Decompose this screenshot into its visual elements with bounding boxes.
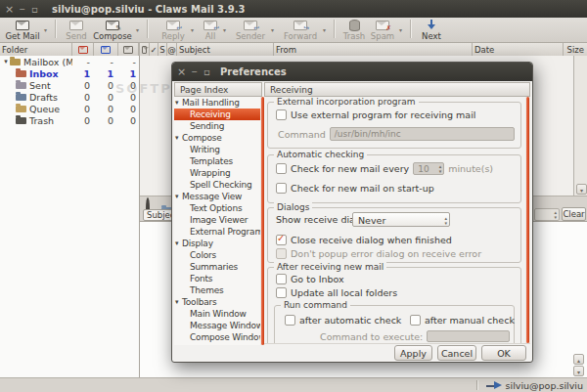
expander-icon[interactable] <box>175 132 178 144</box>
tree-templates[interactable]: Templates <box>174 155 262 167</box>
after-manual-check-row[interactable]: after manual check <box>410 315 515 326</box>
apply-button[interactable]: Apply <box>394 345 432 361</box>
new-mail-column-icon[interactable] <box>72 43 94 56</box>
reply-all-button[interactable]: ↩ All <box>201 19 220 41</box>
reply-all-dropdown-icon[interactable] <box>220 26 229 33</box>
tree-external-programs[interactable]: External Programs <box>174 226 262 238</box>
quicksearch-clear-button[interactable]: Clear <box>562 207 586 221</box>
trash-button[interactable]: Trash <box>341 19 367 41</box>
after-auto-check-row[interactable]: after automatic check <box>285 315 401 326</box>
reply-sender-dropdown-icon[interactable] <box>268 26 277 33</box>
quicksearch-spinner[interactable] <box>534 208 560 221</box>
goto-inbox-row[interactable]: Go to Inbox <box>276 274 344 284</box>
cancel-button[interactable]: Cancel <box>437 345 476 361</box>
tree-sending[interactable]: Sending <box>174 120 262 132</box>
checkbox-icon[interactable] <box>276 274 287 284</box>
update-folders-row[interactable]: Update all local folders <box>276 287 397 298</box>
online-status-icon[interactable] <box>486 381 502 390</box>
tree-wrapping[interactable]: Wrapping <box>174 167 262 179</box>
checkbox-icon[interactable] <box>276 287 287 298</box>
scroll-down-icon[interactable]: ▾ <box>573 366 584 376</box>
mark-column-header[interactable]: ✓ <box>150 43 158 56</box>
tree-mail-handling[interactable]: Mail Handling <box>174 97 262 109</box>
folder-row-mailbox[interactable]: Mailbox (MH) - - - <box>0 56 139 67</box>
forward-button[interactable]: ↪ Forward <box>281 19 320 41</box>
checkbox-checked-icon[interactable] <box>276 235 287 245</box>
checkbox-icon[interactable] <box>410 315 421 326</box>
interval-stepper[interactable]: 10 <box>413 162 444 175</box>
scroll-down-icon[interactable]: ▾ <box>576 184 587 195</box>
content-scrollbar[interactable] <box>525 97 530 343</box>
show-receive-select[interactable]: Never <box>352 212 450 227</box>
expander-icon[interactable] <box>2 58 10 65</box>
locked-column-header[interactable]: S <box>158 43 167 56</box>
checkbox-icon[interactable] <box>276 183 287 194</box>
expander-icon[interactable] <box>175 191 178 202</box>
check-startup-row[interactable]: Check for new mail on start-up <box>276 183 434 194</box>
compose-dropdown-icon[interactable] <box>133 26 142 33</box>
close-icon[interactable] <box>175 65 188 78</box>
compose-button[interactable]: ✎ Compose <box>92 19 133 41</box>
tree-receiving[interactable]: Receiving <box>174 109 262 120</box>
mail-flag-column-icon[interactable] <box>139 43 150 56</box>
minimize-icon[interactable] <box>16 5 28 14</box>
send-button[interactable]: Send <box>63 19 90 41</box>
date-column-header[interactable]: Date <box>473 43 564 56</box>
checkbox-icon[interactable] <box>276 109 287 120</box>
total-mail-column-icon[interactable] <box>118 43 139 56</box>
subject-column-header[interactable]: Subject <box>177 43 274 56</box>
maximize-icon[interactable] <box>28 4 41 15</box>
tree-main-window[interactable]: Main Window <box>174 308 262 320</box>
spinner-arrows-icon[interactable] <box>554 210 557 220</box>
minimize-icon[interactable] <box>188 67 201 76</box>
checkbox-disabled-icon[interactable] <box>276 248 287 259</box>
tree-display[interactable]: Display <box>174 238 262 249</box>
check-interval-row[interactable]: Check for new mail every 10 minute(s) <box>276 162 493 175</box>
checkbox-icon[interactable] <box>276 163 287 174</box>
command-execute-input[interactable] <box>427 330 510 342</box>
scroll-up-icon[interactable]: ▴ <box>573 354 584 365</box>
get-mail-button[interactable]: Get Mail <box>4 19 41 41</box>
folder-column-header[interactable]: Folder <box>0 43 72 56</box>
expander-icon[interactable] <box>175 97 178 109</box>
checkbox-icon[interactable] <box>285 315 295 326</box>
tree-themes[interactable]: Themes <box>174 284 262 296</box>
expander-icon[interactable] <box>175 238 178 249</box>
close-when-finished-row[interactable]: Close receive dialog when finished <box>276 235 452 245</box>
tree-spell-checking[interactable]: Spell Checking <box>174 179 262 191</box>
size-column-header[interactable]: Size <box>564 43 587 56</box>
tree-toolbars[interactable]: Toolbars <box>174 296 262 308</box>
tree-summaries[interactable]: Summaries <box>174 261 262 273</box>
forward-dropdown-icon[interactable] <box>320 26 329 33</box>
tree-compose[interactable]: Compose <box>174 132 262 144</box>
folder-row-inbox[interactable]: Inbox 1 1 1 <box>0 67 139 79</box>
reply-dropdown-icon[interactable] <box>188 26 197 33</box>
tree-message-window[interactable]: Message Window <box>174 320 262 331</box>
spinner-arrows-icon[interactable] <box>439 164 442 174</box>
command-input[interactable]: /usr/bin/mh/inc <box>330 127 515 141</box>
reply-sender-button[interactable]: ↩ Sender <box>233 19 268 41</box>
tree-compose-window[interactable]: Compose Window <box>174 331 262 343</box>
from-column-header[interactable]: From <box>274 43 473 56</box>
message-list-scrollbar[interactable]: ▾ <box>573 56 587 196</box>
next-button[interactable]: Next <box>418 19 445 41</box>
tree-fonts[interactable]: Fonts <box>174 273 262 284</box>
spam-dropdown-icon[interactable] <box>396 26 405 33</box>
reply-button[interactable]: ↩ Reply <box>158 19 188 41</box>
folder-row-trash[interactable]: Trash 0 0 0 <box>0 114 139 126</box>
no-error-popup-row[interactable]: Don't popup error dialog on receive erro… <box>276 248 481 259</box>
unread-mail-column-icon[interactable] <box>94 43 118 56</box>
tree-image-viewer[interactable]: Image Viewer <box>174 214 262 226</box>
attachment-column-header[interactable]: @ <box>167 43 177 56</box>
ok-button[interactable]: OK <box>481 345 526 361</box>
tree-colors[interactable]: Colors <box>174 249 262 261</box>
spam-button[interactable]: ✗ Spam <box>369 19 396 41</box>
folder-row-queue[interactable]: Queue 0 0 0 <box>0 103 139 114</box>
use-external-checkbox-row[interactable]: Use external program for receiving mail <box>276 109 475 120</box>
maximize-icon[interactable] <box>201 66 213 77</box>
tree-text-options[interactable]: Text Options <box>174 202 262 214</box>
tree-writing[interactable]: Writing <box>174 144 262 155</box>
get-mail-dropdown-icon[interactable] <box>41 26 50 33</box>
close-icon[interactable] <box>3 3 16 16</box>
tree-message-view[interactable]: Message View <box>174 191 262 202</box>
